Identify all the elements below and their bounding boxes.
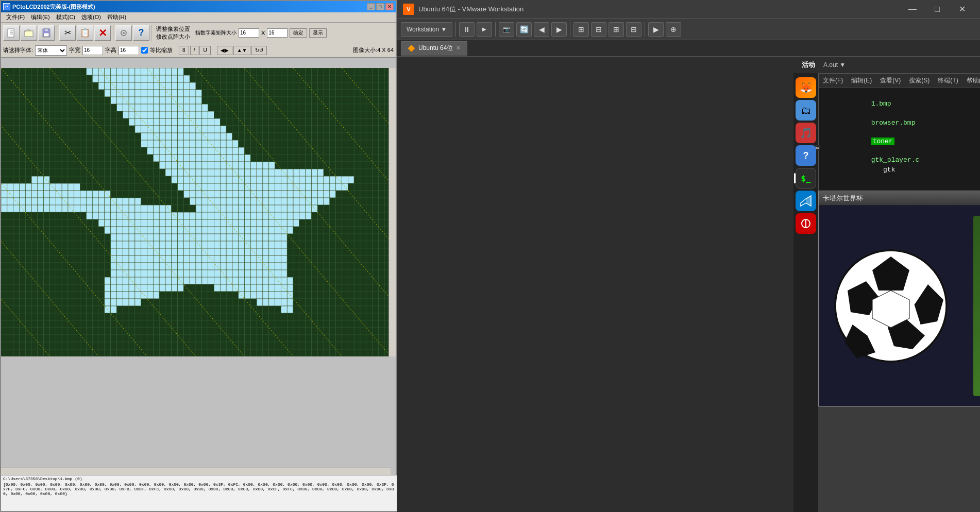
vmware-window: V Ubuntu 64位 - VMware Workstation — □ ✕ … xyxy=(397,0,980,512)
play-button[interactable]: ▶ xyxy=(477,22,492,37)
menu-edit[interactable]: 编辑(E) xyxy=(28,13,53,22)
ubuntu-desktop[interactable]: 活动 A.out ▼ 星期日 16：52 终端 cn 🔊 ⏻ 🦊 🗂 xyxy=(793,57,980,512)
flip-v-button[interactable]: ▲▼ xyxy=(233,46,251,55)
pctolcd-window: P PCtoLCD2002完美版-(图形模式) _ □ ✕ 文件(F) 编辑(E… xyxy=(0,0,397,512)
copy-button[interactable]: 📋 xyxy=(77,25,93,41)
app-menu[interactable]: A.out ▼ xyxy=(819,61,850,69)
font-height-label: 字高 xyxy=(105,46,116,54)
font-width-input[interactable] xyxy=(82,46,103,55)
workstation-dropdown[interactable]: Workstation ▼ xyxy=(401,22,452,37)
height-input[interactable] xyxy=(267,28,288,38)
display-button[interactable]: 显示 xyxy=(309,28,327,38)
toolbar-row1: ✂ 📋 ✕ ? 调整像素位置 修改点阵大小 指数字素矩阵大小 X 确定 显示 xyxy=(1,23,396,43)
settings-button[interactable] xyxy=(115,25,132,41)
more-button[interactable]: ⊕ xyxy=(666,22,681,37)
size-controls: 指数字素矩阵大小 X 确定 显示 xyxy=(195,28,327,38)
prev-snap-button[interactable]: ◀ xyxy=(534,22,549,37)
proportional-label: 等比缩放 xyxy=(150,46,173,54)
zoom-in-button[interactable]: 8 xyxy=(179,46,189,55)
terminal-menu-view[interactable]: 查看(V) xyxy=(880,76,901,85)
cut-button[interactable]: ✂ xyxy=(59,25,76,41)
activities-button[interactable]: 活动 xyxy=(798,60,819,70)
pctolcd-title: PCtoLCD2002完美版-(图形模式) xyxy=(12,3,95,11)
rotate-button[interactable]: ↻↺ xyxy=(251,46,267,55)
svg-point-10 xyxy=(123,32,125,34)
fullscreen-button[interactable]: ⊞ xyxy=(573,22,589,37)
confirm-button[interactable]: 确定 xyxy=(290,28,307,38)
dock-terminal[interactable]: $_ xyxy=(796,168,816,189)
file-path: C:\Users\87356\Desktop\1.bmp (0) xyxy=(3,476,396,481)
ubuntu-tab[interactable]: 🔶 Ubuntu 64位 ✕ xyxy=(401,41,467,56)
open-button[interactable] xyxy=(21,25,37,41)
pctolcd-font-toolbar: 请选择字体: 宋体 微软雅黑 字宽 字高 等比缩放 8 / U ◀▶ ▲▼ ↻↺… xyxy=(1,43,396,58)
menu-options[interactable]: 选项(O) xyxy=(78,13,104,22)
close-button[interactable]: ✕ xyxy=(385,3,394,10)
vertical-scrollbar[interactable] xyxy=(388,68,396,356)
dock-firefox[interactable]: 🦊 xyxy=(796,77,816,98)
menu-help[interactable]: 帮助(H) xyxy=(104,13,129,22)
terminal-menu-file[interactable]: 文件(F) xyxy=(823,76,843,85)
vmware-minimize[interactable]: — xyxy=(901,0,924,19)
zoom-out-button[interactable]: U xyxy=(199,46,210,55)
vmware-icon: V xyxy=(403,4,414,15)
proportional-checkbox[interactable] xyxy=(141,47,148,54)
dock-files[interactable]: 🗂 xyxy=(796,100,816,121)
font-select[interactable]: 宋体 微软雅黑 xyxy=(35,45,67,56)
settings-button[interactable]: ▶ xyxy=(648,22,664,37)
ubuntu-topbar: 活动 A.out ▼ 星期日 16：52 终端 cn 🔊 ⏻ xyxy=(793,57,980,73)
terminal-menu-help[interactable]: 帮助(H) xyxy=(967,76,980,85)
size-sep: X xyxy=(261,30,265,36)
terminal-menu-terminal[interactable]: 终端(T) xyxy=(938,76,958,85)
maximize-button[interactable]: □ xyxy=(376,3,384,10)
worldcup-window[interactable]: 卡塔尔世界杯 xyxy=(818,191,980,407)
toolbar-sep4 xyxy=(645,22,645,37)
image-size-label: 图像大小:4 X 64 xyxy=(353,46,394,54)
worldcup-content: 2022卡特尔世界杯 为世界杯喝彩！ xyxy=(819,206,980,406)
hex-data-display: C:\Users\87356\Desktop\1.bmp (0) {0x00, … xyxy=(1,475,398,511)
terminal-menu-search[interactable]: 搜索(S) xyxy=(909,76,930,85)
menu-mode[interactable]: 模式(C) xyxy=(53,13,78,22)
font-select-label: 请选择字体: xyxy=(3,46,33,54)
vmware-close[interactable]: ✕ xyxy=(950,0,974,19)
horizontal-scrollbar[interactable] xyxy=(1,468,391,475)
font-size-label: 字宽 xyxy=(69,46,80,54)
svg-rect-4 xyxy=(25,31,33,37)
ubuntu-tab-icon: 🔶 xyxy=(408,45,415,52)
toolbar-separator xyxy=(455,22,456,37)
usb-button[interactable]: ⊟ xyxy=(626,22,641,37)
unity-button[interactable]: ⊟ xyxy=(591,22,606,37)
terminal-content: 1.bmp browser.bmp toner gtk_player.c gtk… xyxy=(819,88,980,201)
terminal-window[interactable]: 文件(F) 编辑(E) 查看(V) 搜索(S) 终端(T) 帮助(H) 1.bm… xyxy=(818,73,980,202)
revert-button[interactable]: 🔄 xyxy=(516,22,532,37)
help-button[interactable]: ? xyxy=(133,25,149,41)
snapshot-button[interactable]: 📷 xyxy=(499,22,514,37)
zoom-buttons: 8 / U xyxy=(179,46,211,55)
svg-rect-7 xyxy=(44,29,48,31)
new-button[interactable] xyxy=(3,25,20,41)
dock-vscode[interactable] xyxy=(796,191,816,211)
ubuntu-tab-label: Ubuntu 64位 xyxy=(418,44,453,53)
save-button[interactable] xyxy=(38,25,55,41)
toolbar-settings-section: ? xyxy=(115,25,152,41)
pixel-grid-canvas[interactable] xyxy=(1,68,391,356)
minimize-button[interactable]: _ xyxy=(367,3,375,10)
pctolcd-titlebar-icon: P xyxy=(3,3,10,10)
dock-help[interactable]: ? xyxy=(796,145,816,166)
ubuntu-vm-content[interactable]: 活动 A.out ▼ 星期日 16：52 终端 cn 🔊 ⏻ 🦊 🗂 xyxy=(793,57,980,512)
delete-button[interactable]: ✕ xyxy=(94,25,111,41)
transform-buttons: ◀▶ ▲▼ ↻↺ xyxy=(217,46,267,55)
ctrlaltdel-button[interactable]: ⊞ xyxy=(609,22,624,37)
dock-rhythmbox[interactable]: 🎵 Rhythmbox xyxy=(796,123,816,143)
next-snap-button[interactable]: ▶ xyxy=(551,22,567,37)
tab-close-button[interactable]: ✕ xyxy=(456,45,461,52)
dock-extra[interactable] xyxy=(796,213,816,234)
menu-file[interactable]: 文件(F) xyxy=(3,13,28,22)
flip-h-button[interactable]: ◀▶ xyxy=(217,46,232,55)
pause-button[interactable]: ⏸ xyxy=(459,22,475,37)
worldcup-title-text: 卡塔尔世界杯 xyxy=(823,194,863,203)
width-input[interactable] xyxy=(239,28,259,38)
terminal-menu-edit[interactable]: 编辑(E) xyxy=(851,76,872,85)
vmware-maximize[interactable]: □ xyxy=(925,0,949,19)
svg-rect-0 xyxy=(8,29,14,37)
font-height-input[interactable] xyxy=(119,46,139,55)
